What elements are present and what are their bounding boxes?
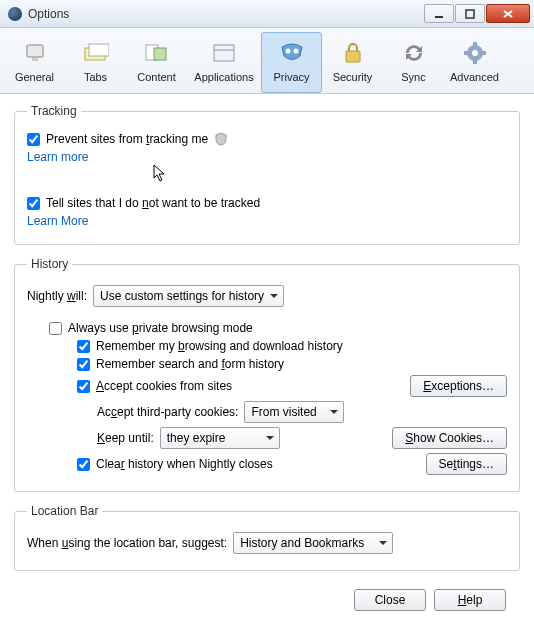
keep-until-select[interactable]: they expire <box>160 427 280 449</box>
window-buttons <box>424 4 530 23</box>
app-favicon <box>8 7 22 21</box>
titlebar: Options <box>0 0 534 28</box>
svg-point-12 <box>285 49 290 54</box>
help-button[interactable]: Help <box>434 589 506 611</box>
locationbar-legend: Location Bar <box>27 504 102 518</box>
sync-icon <box>400 39 428 67</box>
tracking-legend: Tracking <box>27 104 81 118</box>
tab-security[interactable]: Security <box>322 32 383 93</box>
tab-tabs[interactable]: Tabs <box>65 32 126 93</box>
mask-icon <box>278 39 306 67</box>
history-group: History Nightly will: Use custom setting… <box>14 257 520 492</box>
maximize-button[interactable] <box>455 4 485 23</box>
label: Sync <box>401 71 425 83</box>
tab-content[interactable]: Content <box>126 32 187 93</box>
dialog-footer: Close Help <box>14 583 520 611</box>
locationbar-group: Location Bar When using the location bar… <box>14 504 520 571</box>
svg-rect-14 <box>346 51 360 62</box>
remember-search-label: Remember search and form history <box>96 357 284 371</box>
history-mode-select[interactable]: Use custom settings for history <box>93 285 284 307</box>
svg-rect-7 <box>89 44 109 56</box>
dnt-checkbox[interactable] <box>27 197 40 210</box>
svg-point-16 <box>472 50 478 56</box>
svg-rect-9 <box>154 48 166 60</box>
applications-icon <box>210 39 238 67</box>
cursor-icon <box>153 164 167 184</box>
tab-sync[interactable]: Sync <box>383 32 444 93</box>
category-toolbar: General Tabs Content Applications Privac… <box>0 28 534 94</box>
svg-rect-1 <box>466 10 474 18</box>
accept-third-label: Accept third-party cookies: <box>97 405 238 419</box>
learn-more-link-2[interactable]: Learn More <box>27 214 88 228</box>
tabs-icon <box>82 39 110 67</box>
svg-rect-20 <box>482 51 486 55</box>
svg-rect-17 <box>473 42 477 46</box>
locationbar-suggest-select[interactable]: History and Bookmarks <box>233 532 393 554</box>
svg-rect-18 <box>473 60 477 64</box>
monitor-icon <box>21 39 49 67</box>
label: Security <box>333 71 373 83</box>
shield-icon <box>214 132 228 146</box>
label: General <box>15 71 54 83</box>
close-button[interactable] <box>486 4 530 23</box>
svg-rect-10 <box>214 45 234 61</box>
accept-third-select[interactable]: From visited <box>244 401 344 423</box>
gear-icon <box>461 39 489 67</box>
remember-history-label: Remember my browsing and download histor… <box>96 339 343 353</box>
dnt-label: Tell sites that I do not want to be trac… <box>46 196 260 210</box>
accept-cookies-label: Accept cookies from sites <box>96 379 232 393</box>
label: Privacy <box>273 71 309 83</box>
learn-more-link-1[interactable]: Learn more <box>27 150 88 164</box>
window-title: Options <box>28 7 424 21</box>
svg-rect-4 <box>27 45 43 57</box>
minimize-button[interactable] <box>424 4 454 23</box>
tab-advanced[interactable]: Advanced <box>444 32 505 93</box>
prevent-tracking-checkbox[interactable] <box>27 133 40 146</box>
svg-point-13 <box>293 49 298 54</box>
nightly-will-label: Nightly will: <box>27 289 87 303</box>
tracking-group: Tracking Prevent sites from tracking me … <box>14 104 520 245</box>
history-legend: History <box>27 257 72 271</box>
clear-on-close-label: Clear history when Nightly closes <box>96 457 273 471</box>
label: Advanced <box>450 71 499 83</box>
tab-applications[interactable]: Applications <box>187 32 261 93</box>
label: Content <box>137 71 176 83</box>
accept-cookies-checkbox[interactable] <box>77 380 90 393</box>
always-private-checkbox[interactable] <box>49 322 62 335</box>
exceptions-button[interactable]: Exceptions… <box>410 375 507 397</box>
always-private-label: Always use private browsing mode <box>68 321 253 335</box>
settings-button[interactable]: Settings… <box>426 453 507 475</box>
label: Tabs <box>84 71 107 83</box>
close-dialog-button[interactable]: Close <box>354 589 426 611</box>
svg-rect-19 <box>464 51 468 55</box>
content-icon <box>143 39 171 67</box>
svg-rect-5 <box>32 58 38 61</box>
remember-search-checkbox[interactable] <box>77 358 90 371</box>
locationbar-prompt: When using the location bar, suggest: <box>27 536 227 550</box>
prevent-tracking-label: Prevent sites from tracking me <box>46 132 208 146</box>
remember-history-checkbox[interactable] <box>77 340 90 353</box>
tab-privacy[interactable]: Privacy <box>261 32 322 93</box>
show-cookies-button[interactable]: Show Cookies… <box>392 427 507 449</box>
panel-body: Tracking Prevent sites from tracking me … <box>0 94 534 623</box>
lock-icon <box>339 39 367 67</box>
keep-until-label: Keep until: <box>97 431 154 445</box>
clear-on-close-checkbox[interactable] <box>77 458 90 471</box>
tab-general[interactable]: General <box>4 32 65 93</box>
label: Applications <box>194 71 253 83</box>
